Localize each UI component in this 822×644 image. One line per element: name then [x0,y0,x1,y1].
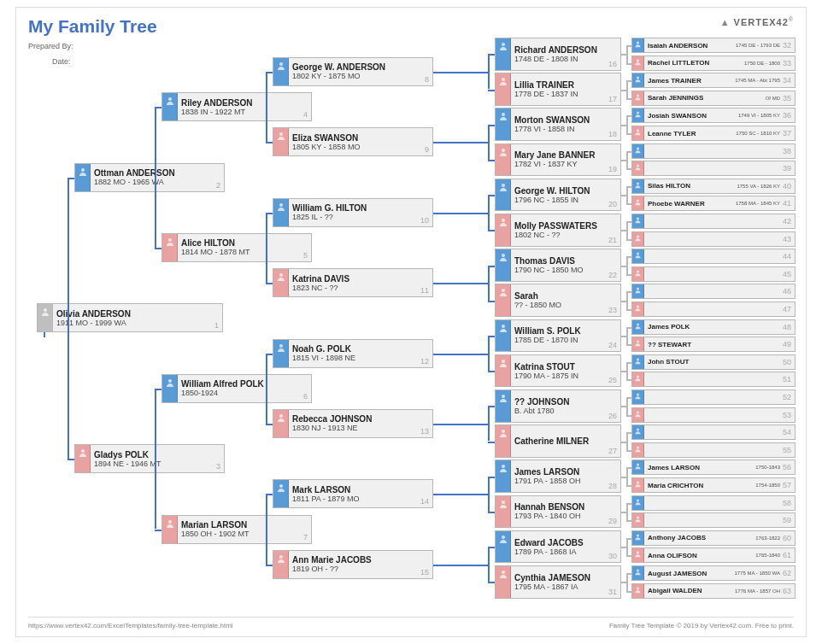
person-icon [632,267,644,281]
person-name: Katrina STOUT [514,362,617,372]
person-dates: 1789 PA - 1868 IA [514,547,617,556]
person-icon [632,408,644,422]
svg-point-50 [279,203,283,207]
person-node-21: Molly PASSWATERS1802 NC - ??21 [495,214,621,247]
person-node-56: James LARSON1750-184356 [631,460,796,475]
person-icon [273,551,289,578]
person-name: Maria CRICHTON [648,482,755,489]
person-dates: B. Abt 1780 [514,407,617,415]
person-num: 34 [783,76,791,85]
person-icon [496,355,511,387]
person-node-51: 51 [631,372,796,387]
person-icon [496,460,511,492]
person-num: 25 [608,376,617,384]
person-num: 2 [216,181,220,190]
svg-point-40 [502,325,505,328]
person-icon [273,410,289,437]
person-name: ?? STEWART [648,341,780,348]
person-dates: 1825 IL - ?? [292,213,429,221]
person-icon [632,337,644,351]
svg-point-24 [637,464,639,466]
svg-point-0 [637,42,639,44]
person-icon [162,375,178,402]
person-icon [496,179,511,211]
person-name: James LARSON [514,467,617,477]
svg-point-19 [637,376,639,378]
person-node-43: 43 [631,231,796,247]
person-num: 3 [216,462,220,471]
svg-point-25 [637,482,639,484]
person-dates: 1782 VI - 1837 KY [514,160,617,168]
svg-point-18 [637,358,639,360]
person-name: Silas HILTON [648,182,737,190]
svg-point-9 [637,200,639,202]
person-node-14: Mark LARSON1811 PA - 1879 MO14 [273,479,433,508]
person-num: 49 [783,340,791,348]
person-num: 41 [783,199,791,208]
svg-point-8 [637,182,639,184]
svg-point-2 [637,77,639,79]
person-num: 45 [783,270,791,278]
svg-point-5 [637,130,639,132]
svg-point-61 [81,449,85,453]
person-num: 14 [420,497,429,506]
person-num: 55 [783,446,791,454]
person-dates: 1750 SC - 1810 KY [736,131,780,136]
person-icon [496,108,511,140]
person-node-35: Sarah JENNINGSOf MD35 [631,91,796,106]
person-name: Katrina DAVIS [292,274,429,284]
svg-point-53 [279,414,283,418]
person-node-59: 59 [631,512,796,528]
person-icon [632,478,644,492]
person-icon [632,108,644,122]
person-dates: 1795 MA - 1867 IA [514,583,617,591]
person-dates: 1758 MA - 1845 KY [736,201,780,206]
person-name: Josiah SWANSON [648,112,738,120]
svg-point-42 [502,395,505,398]
person-dates: 1750 DE - 1800 [744,61,780,66]
person-num: 43 [783,235,791,243]
person-node-48: James POLK48 [631,319,796,335]
person-node-27: Catherine MILNER27 [495,424,621,458]
person-node-53: 53 [631,407,796,423]
person-dates: 1754-1850 [755,483,780,488]
person-name: Alice HILTON [181,238,308,248]
svg-point-29 [637,552,639,554]
person-num: 9 [425,145,429,154]
svg-point-20 [637,394,639,396]
person-node-4: Riley ANDERSON1838 IN - 1922 MT4 [161,92,312,121]
person-name: Gladys POLK [94,450,220,460]
person-icon [632,144,644,158]
person-name: Eliza SWANSON [292,133,429,143]
person-dates: 1765-1840 [755,553,780,558]
person-icon [162,516,178,543]
person-dates: Of MD [766,96,780,101]
person-node-44: 44 [631,249,796,264]
person-icon [496,566,511,598]
svg-point-16 [637,323,639,325]
person-dates: ?? - 1850 MO [514,301,617,309]
svg-point-11 [637,235,639,237]
person-node-61: Anna OLIFSON1765-184061 [631,547,796,563]
person-name: Lillia TRAINER [514,80,617,90]
person-num: 36 [783,111,791,120]
person-icon [632,566,644,580]
svg-point-10 [637,218,639,220]
person-node-23: Sarah?? - 1850 MO23 [495,284,621,317]
person-num: 48 [783,323,791,331]
person-dates: 1819 OH - ?? [292,565,429,573]
person-name: Morton SWANSON [514,115,617,125]
person-node-24: William S. POLK1785 DE - 1870 IN24 [495,319,621,353]
person-num: 61 [783,551,791,559]
person-icon [632,320,644,334]
svg-point-35 [502,149,505,152]
family-tree-page: My Family Tree Prepared By: Date: ▲ VERT… [15,7,807,637]
person-num: 15 [420,568,429,577]
person-name: Ottman ANDERSON [94,168,220,178]
svg-point-4 [637,112,639,114]
person-name: Rebecca JOHNSON [292,414,429,424]
person-icon [162,93,178,120]
svg-point-6 [637,147,639,149]
person-num: 57 [783,481,791,489]
person-icon [496,496,511,528]
